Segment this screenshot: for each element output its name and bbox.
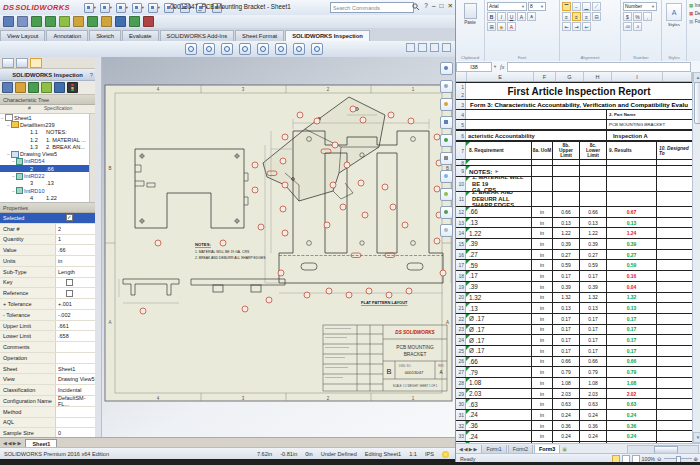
export-icon[interactable] — [54, 82, 65, 93]
balloon-marker[interactable] — [366, 288, 372, 294]
property-row[interactable]: Units in — [0, 256, 95, 267]
property-row[interactable]: Quantity 1 — [0, 235, 95, 246]
balloon-marker[interactable] — [332, 142, 338, 148]
select-all-corner[interactable] — [456, 72, 467, 81]
help-toolbar-icon[interactable] — [143, 16, 154, 27]
property-row[interactable]: Char # 2 — [0, 224, 95, 235]
middle-align-button[interactable]: − — [572, 2, 581, 11]
traffic-light-icon[interactable] — [67, 82, 78, 93]
form-line-row[interactable]: 3 Form 3: Characteristic Accountability,… — [456, 100, 692, 110]
spreadsheet-row[interactable]: 15 .39 in 0.39 0.39 0.39 — [456, 239, 692, 250]
cell-styles-button[interactable]: A — [666, 3, 682, 21]
font-name-select[interactable]: Arial▼ — [487, 2, 527, 11]
decrease-indent-button[interactable]: ⇤ — [562, 22, 571, 31]
property-row[interactable]: Operation — [0, 353, 95, 364]
column-header[interactable]: E — [467, 72, 534, 81]
spreadsheet-row[interactable]: 26 .66 in 0.66 0.66 0.66 — [456, 357, 692, 368]
balloon-marker[interactable] — [252, 162, 258, 168]
tree-row[interactable]: − IntRD10 — [0, 187, 95, 194]
property-row[interactable]: Sub-Type Length — [0, 267, 95, 278]
borders-button[interactable]: ⊞ — [487, 22, 496, 31]
balloon-marker[interactable] — [140, 308, 146, 314]
tree-row[interactable]: − 4 1.22 — [0, 194, 95, 201]
search-icon[interactable] — [412, 3, 420, 11]
decrease-decimal-button[interactable]: .0 — [633, 22, 642, 31]
tree-row[interactable]: − IntRD54 — [0, 158, 95, 165]
property-row[interactable]: Configuration Name DefaultSM-FL... — [0, 396, 95, 407]
balloon-marker[interactable] — [220, 240, 226, 246]
balloon-marker[interactable] — [362, 212, 368, 218]
ribbon-tab[interactable]: SOLIDWORKS Inspection — [285, 30, 370, 41]
tree-row[interactable]: − 1.2 1. MATERIAL ... — [0, 136, 95, 143]
settings-icon[interactable] — [440, 80, 453, 93]
paste-button[interactable]: Paste — [458, 20, 482, 25]
new-inspection-project-icon[interactable] — [3, 16, 14, 27]
section-view-icon[interactable] — [440, 152, 453, 165]
new-document-icon[interactable]: ▼ — [84, 3, 97, 13]
tree-row[interactable]: − Sheet1 — [0, 114, 95, 121]
property-row[interactable]: Key — [0, 278, 95, 289]
tree-row[interactable]: − 1.3 2. BREAK AN... — [0, 143, 95, 150]
balloon-marker[interactable] — [344, 162, 350, 168]
ribbon-tab[interactable]: View Layout — [0, 30, 45, 41]
name-box[interactable]: I38 — [456, 62, 492, 72]
italic-button[interactable]: I — [497, 12, 506, 21]
balloon-marker[interactable] — [440, 270, 446, 276]
spreadsheet-row[interactable]: 25 Ø .17 in 0.17 0.17 0.17 — [456, 346, 692, 357]
paste-icon[interactable] — [464, 3, 477, 19]
spreadsheet-row[interactable]: 18 .17 in 0.17 0.17 0.16 — [456, 271, 692, 282]
spreadsheet-row[interactable]: 24 Ø .17 in 0.17 0.17 0.17 — [456, 335, 692, 346]
property-checkbox[interactable] — [66, 279, 73, 286]
extract-characteristics-icon[interactable] — [28, 82, 39, 93]
formula-input[interactable] — [507, 62, 691, 72]
spreadsheet-row[interactable]: 32 .36 in 0.36 0.36 0.36 — [456, 421, 692, 432]
number-format-select[interactable]: Number▼ — [623, 2, 657, 11]
search-commands-input[interactable] — [330, 2, 414, 13]
balloon-marker[interactable] — [360, 117, 366, 123]
property-manager-tab-icon[interactable] — [16, 58, 28, 68]
column-header[interactable]: I — [612, 72, 663, 81]
globe-icon[interactable] — [311, 43, 323, 55]
zoom-in-button[interactable]: ⊕ — [694, 456, 698, 462]
page-layout-view-button[interactable] — [622, 455, 630, 463]
insert-function-icon[interactable]: fx — [500, 64, 504, 70]
ribbon-pin-icon[interactable] — [406, 43, 415, 52]
balloon-marker[interactable] — [340, 204, 346, 210]
tree-row[interactable]: − 1.1 NOTES: — [0, 129, 95, 136]
sheet-nav-arrows[interactable]: ◀◀▶▶ — [459, 446, 478, 452]
column-header[interactable]: G — [556, 72, 584, 81]
tree-row[interactable]: − 2 .66 — [0, 165, 95, 172]
wrap-text-button[interactable]: ↩ — [582, 22, 591, 31]
property-row[interactable]: Sample Size 0 — [0, 428, 95, 437]
grid-icon[interactable] — [440, 116, 453, 129]
minimize-button[interactable]: – — [432, 2, 436, 10]
sample-icon[interactable] — [41, 82, 52, 93]
font-color-button[interactable]: A — [507, 22, 516, 31]
ribbon-expand-icon[interactable] — [442, 43, 451, 52]
column-header[interactable]: H — [584, 72, 612, 81]
panel-help-icon[interactable]: ? — [90, 72, 93, 78]
canvas-scrollbar[interactable] — [95, 57, 102, 437]
column-header[interactable]: F — [534, 72, 556, 81]
undo-icon[interactable]: ▼ — [148, 3, 161, 13]
part-name-label-row[interactable]: 4 2. Part Name — [456, 110, 692, 120]
tree-row[interactable]: − DetailItem239 — [0, 121, 95, 128]
ribbon-collapse-icon[interactable] — [418, 43, 427, 52]
orientation-button[interactable]: ⟋ — [592, 2, 601, 11]
zoom-slider[interactable] — [664, 458, 692, 459]
grow-font-button[interactable]: A — [517, 12, 526, 21]
spreadsheet-row[interactable]: 33 .24 in 0.24 0.24 0.24 — [456, 431, 692, 442]
spreadsheet-row[interactable]: 19 .39 in 0.39 0.39 0.04 — [456, 282, 692, 293]
balloon-marker[interactable] — [326, 288, 332, 294]
measure-icon[interactable] — [440, 188, 453, 201]
vertical-scrollbar[interactable]: ▲▼ — [692, 72, 700, 443]
property-row[interactable]: Upper Limit .661 — [0, 321, 95, 332]
property-row[interactable]: - Tolerance -.002 — [0, 310, 95, 321]
sheet-scale[interactable]: 1:1 — [409, 451, 417, 457]
balloon-marker[interactable] — [297, 112, 303, 118]
font-size-select[interactable]: 8▼ — [528, 2, 546, 11]
spreadsheet-row[interactable]: 31 .24 in 0.24 0.24 0.24 — [456, 410, 692, 421]
folder-icon[interactable] — [440, 98, 453, 111]
settings-icon[interactable] — [101, 16, 112, 27]
property-row[interactable]: Comments — [0, 342, 95, 353]
